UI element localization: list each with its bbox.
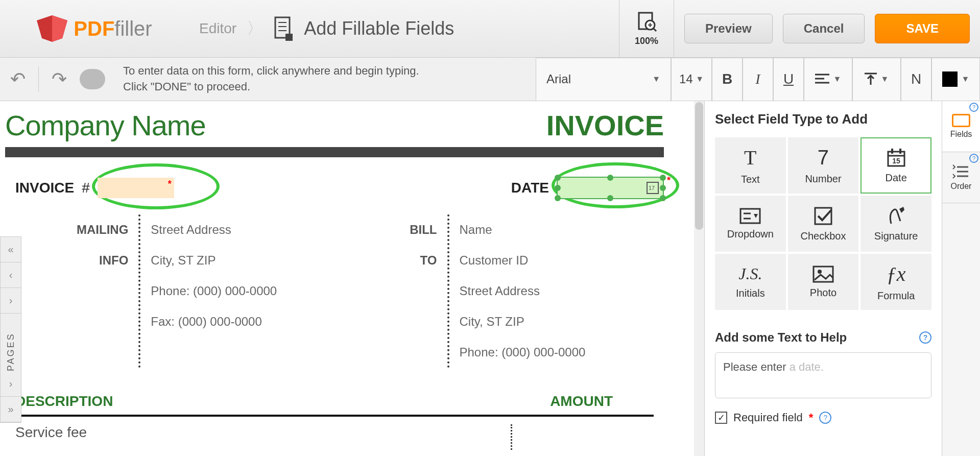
- undo-button[interactable]: ↶: [10, 68, 26, 90]
- invoice-number-field[interactable]: *: [98, 178, 174, 198]
- field-tile-text[interactable]: T Text: [715, 137, 786, 194]
- doc-header-row: Company Name INVOICE: [5, 101, 664, 147]
- address-blocks: MAILING INFO Street Address City, ST ZIP…: [5, 214, 664, 368]
- required-row: ✓ Required field * ?: [715, 411, 931, 424]
- pages-prev-button[interactable]: ‹: [1, 262, 21, 288]
- svg-marker-1: [52, 15, 67, 42]
- invoice-title: INVOICE: [546, 109, 664, 142]
- scrollbar-thumb[interactable]: [695, 102, 703, 230]
- n-button[interactable]: N: [901, 58, 931, 101]
- align-button[interactable]: ▼: [804, 58, 852, 101]
- company-name: Company Name: [5, 109, 206, 142]
- field-tile-dropdown[interactable]: Dropdown: [715, 196, 786, 252]
- pages-next-button[interactable]: ›: [1, 371, 21, 397]
- document-area[interactable]: « ‹ › PAGES › » Company Name INVOICE INV…: [0, 101, 704, 456]
- help-icon[interactable]: ?: [969, 154, 978, 163]
- separator: [38, 66, 39, 92]
- required-star-icon: *: [667, 175, 671, 186]
- resize-handle[interactable]: [555, 185, 561, 191]
- field-tile-date[interactable]: 15 Date: [861, 137, 931, 194]
- field-tile-formula[interactable]: ƒx Formula: [861, 254, 931, 310]
- mailing-block: MAILING INFO Street Address City, ST ZIP…: [77, 214, 277, 368]
- resize-handle[interactable]: [555, 195, 561, 201]
- date-label: DATE: [511, 180, 549, 196]
- service-row: Service fee: [5, 417, 664, 456]
- editor-breadcrumb[interactable]: Editor: [199, 20, 236, 37]
- tile-label: Dropdown: [727, 228, 774, 240]
- resize-handle[interactable]: [660, 175, 666, 181]
- resize-handle[interactable]: [660, 185, 666, 191]
- required-checkbox[interactable]: ✓: [715, 412, 727, 424]
- bold-button[interactable]: B: [712, 58, 743, 101]
- field-tile-number[interactable]: 7 Number: [788, 137, 859, 194]
- document-scrollbar[interactable]: [694, 101, 704, 456]
- italic-button[interactable]: I: [743, 58, 773, 101]
- font-size-select[interactable]: 14 ▼: [671, 58, 712, 101]
- chevron-down-icon: ▼: [833, 75, 842, 84]
- chevron-down-icon: ▼: [696, 75, 704, 84]
- tile-label: Formula: [877, 290, 915, 302]
- tab-fields[interactable]: ? Fields: [942, 101, 980, 152]
- zoom-control[interactable]: 100%: [619, 0, 674, 58]
- date-section: DATE *: [511, 177, 664, 199]
- pages-expand-button[interactable]: ›: [1, 288, 21, 314]
- chevron-down-icon: ▼: [881, 75, 889, 84]
- panel-main: Select Field Type to Add T Text 7 Number…: [705, 101, 942, 456]
- checkbox-icon: [813, 206, 833, 226]
- help-icon[interactable]: ?: [819, 412, 831, 424]
- resize-handle[interactable]: [607, 195, 613, 201]
- info-label: INFO: [77, 245, 128, 276]
- help-heading: Add some Text to Help: [715, 330, 847, 345]
- tab-label: Order: [951, 182, 972, 191]
- text-icon: T: [744, 146, 756, 170]
- logo-text: PDFfiller: [74, 17, 152, 40]
- billto-values: Name Customer ID Street Address City, ST…: [449, 214, 586, 368]
- redo-button[interactable]: ↷: [52, 68, 67, 90]
- toolbar-left: ↶ ↷ To enter data on this form, click an…: [0, 63, 429, 95]
- color-button[interactable]: ▼: [931, 58, 980, 101]
- cancel-button[interactable]: Cancel: [783, 14, 865, 43]
- invoice-number-section: INVOICE # *: [15, 177, 174, 199]
- amount-cell: [511, 424, 654, 450]
- pages-first-button[interactable]: «: [1, 237, 21, 262]
- field-tile-initials[interactable]: J.S. Initials: [715, 254, 786, 310]
- field-tile-signature[interactable]: Signature: [861, 196, 931, 252]
- resize-handle[interactable]: [555, 175, 561, 181]
- initials-icon: J.S.: [738, 265, 762, 283]
- tab-order[interactable]: ? Order: [942, 152, 980, 203]
- pages-last-button[interactable]: »: [1, 397, 21, 422]
- preview-button[interactable]: Preview: [684, 14, 773, 43]
- valign-button[interactable]: ▼: [852, 58, 901, 101]
- tile-label: Initials: [736, 287, 765, 299]
- mailing-values: Street Address City, ST ZIP Phone: (000)…: [140, 214, 277, 368]
- mailing-phone: Phone: (000) 000-0000: [151, 276, 277, 306]
- help-icon[interactable]: ?: [969, 103, 978, 112]
- field-tile-photo[interactable]: Photo: [788, 254, 859, 310]
- photo-icon: [812, 266, 834, 283]
- order-tab-icon: [952, 164, 970, 179]
- underline-button[interactable]: U: [773, 58, 804, 101]
- billto-labels: BILL TO: [410, 214, 449, 368]
- header-bar: PDFfiller Editor 〉 Add Fillable Fields 1…: [0, 0, 980, 58]
- date-field[interactable]: *: [557, 177, 664, 199]
- save-button[interactable]: SAVE: [875, 14, 970, 43]
- font-select[interactable]: Arial ▼: [536, 58, 671, 101]
- billto-customer: Customer ID: [460, 245, 586, 276]
- help-suffix: a date.: [790, 361, 824, 373]
- resize-handle[interactable]: [660, 195, 666, 201]
- pages-sidebar: « ‹ › PAGES › »: [0, 236, 21, 423]
- resize-handle[interactable]: [607, 175, 613, 181]
- help-section: Add some Text to Help ? Please enter a d…: [715, 330, 931, 424]
- tab-label: Fields: [950, 130, 972, 139]
- number-icon: 7: [818, 146, 829, 169]
- help-icon[interactable]: ?: [919, 331, 931, 344]
- field-tile-checkbox[interactable]: Checkbox: [788, 196, 859, 252]
- right-panel: Select Field Type to Add T Text 7 Number…: [704, 101, 980, 456]
- svg-line-11: [653, 28, 656, 31]
- toolbar: ↶ ↷ To enter data on this form, click an…: [0, 58, 980, 101]
- help-prefix: Please enter: [723, 361, 790, 373]
- help-text-input[interactable]: Please enter a date.: [715, 352, 931, 398]
- panel-heading: Select Field Type to Add: [715, 111, 931, 127]
- hint-line2: Click "DONE" to proceed.: [123, 79, 419, 95]
- panel-tabs: ? Fields ? Order: [942, 101, 980, 456]
